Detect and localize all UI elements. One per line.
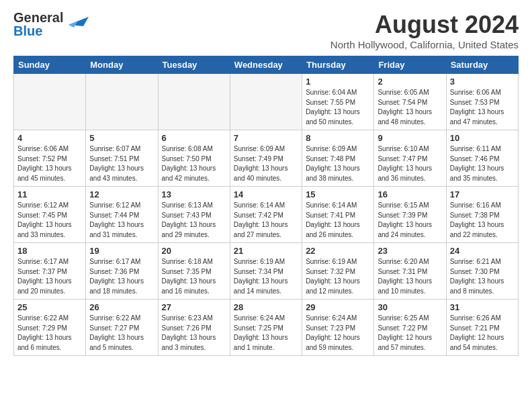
calendar-cell: 12Sunrise: 6:12 AM Sunset: 7:44 PM Dayli… (86, 187, 158, 243)
day-info: Sunrise: 6:11 AM Sunset: 7:46 PM Dayligh… (450, 144, 515, 183)
day-number: 8 (306, 133, 370, 143)
calendar-cell (86, 74, 158, 130)
day-number: 24 (450, 246, 515, 256)
logo-blue: Blue (13, 24, 42, 38)
day-number: 15 (306, 189, 370, 199)
calendar-cell (230, 74, 302, 130)
day-number: 6 (162, 133, 226, 143)
calendar-cell: 17Sunrise: 6:16 AM Sunset: 7:38 PM Dayli… (446, 187, 518, 243)
day-info: Sunrise: 6:24 AM Sunset: 7:25 PM Dayligh… (234, 314, 298, 353)
day-number: 20 (162, 246, 226, 256)
day-number: 14 (234, 189, 298, 199)
weekday-header: Wednesday (230, 56, 302, 74)
day-info: Sunrise: 6:09 AM Sunset: 7:49 PM Dayligh… (234, 144, 298, 183)
calendar-cell: 21Sunrise: 6:19 AM Sunset: 7:34 PM Dayli… (230, 243, 302, 300)
calendar-week-row: 1Sunrise: 6:04 AM Sunset: 7:55 PM Daylig… (14, 74, 519, 130)
weekday-header: Saturday (446, 56, 518, 74)
weekday-header: Friday (374, 56, 446, 74)
day-info: Sunrise: 6:05 AM Sunset: 7:54 PM Dayligh… (378, 88, 442, 127)
day-info: Sunrise: 6:07 AM Sunset: 7:51 PM Dayligh… (89, 144, 154, 183)
day-number: 26 (89, 302, 154, 312)
day-number: 19 (89, 246, 154, 256)
day-info: Sunrise: 6:19 AM Sunset: 7:32 PM Dayligh… (306, 257, 370, 296)
day-number: 30 (378, 302, 442, 312)
calendar-cell: 26Sunrise: 6:22 AM Sunset: 7:27 PM Dayli… (86, 300, 158, 356)
day-number: 10 (450, 133, 515, 143)
day-number: 7 (234, 133, 298, 143)
day-number: 1 (306, 77, 370, 87)
calendar-cell: 31Sunrise: 6:26 AM Sunset: 7:21 PM Dayli… (446, 300, 518, 356)
calendar-cell: 18Sunrise: 6:17 AM Sunset: 7:37 PM Dayli… (14, 243, 86, 300)
day-number: 28 (234, 302, 298, 312)
day-number: 4 (17, 133, 82, 143)
calendar-cell: 11Sunrise: 6:12 AM Sunset: 7:45 PM Dayli… (14, 187, 86, 243)
day-info: Sunrise: 6:16 AM Sunset: 7:38 PM Dayligh… (450, 201, 515, 240)
header: General Blue August 2024 North Hollywood… (13, 11, 519, 50)
weekday-header: Tuesday (158, 56, 230, 74)
calendar-cell: 25Sunrise: 6:22 AM Sunset: 7:29 PM Dayli… (14, 300, 86, 356)
day-info: Sunrise: 6:22 AM Sunset: 7:27 PM Dayligh… (89, 314, 154, 353)
calendar-cell: 30Sunrise: 6:25 AM Sunset: 7:22 PM Dayli… (374, 300, 446, 356)
day-info: Sunrise: 6:04 AM Sunset: 7:55 PM Dayligh… (306, 88, 370, 127)
day-number: 22 (306, 246, 370, 256)
calendar-cell: 28Sunrise: 6:24 AM Sunset: 7:25 PM Dayli… (230, 300, 302, 356)
logo-general: General (13, 10, 63, 25)
day-info: Sunrise: 6:12 AM Sunset: 7:45 PM Dayligh… (17, 201, 82, 240)
weekday-header: Thursday (302, 56, 374, 74)
day-info: Sunrise: 6:18 AM Sunset: 7:35 PM Dayligh… (162, 257, 226, 296)
calendar-cell (158, 74, 230, 130)
calendar-cell: 3Sunrise: 6:06 AM Sunset: 7:53 PM Daylig… (446, 74, 518, 130)
calendar-cell: 10Sunrise: 6:11 AM Sunset: 7:46 PM Dayli… (446, 130, 518, 187)
calendar-cell: 19Sunrise: 6:17 AM Sunset: 7:36 PM Dayli… (86, 243, 158, 300)
day-info: Sunrise: 6:14 AM Sunset: 7:41 PM Dayligh… (306, 201, 370, 240)
calendar-cell: 15Sunrise: 6:14 AM Sunset: 7:41 PM Dayli… (302, 187, 374, 243)
weekday-header: Monday (86, 56, 158, 74)
main-title: August 2024 (330, 11, 519, 39)
calendar-cell: 14Sunrise: 6:14 AM Sunset: 7:42 PM Dayli… (230, 187, 302, 243)
day-info: Sunrise: 6:08 AM Sunset: 7:50 PM Dayligh… (162, 144, 226, 183)
calendar-week-row: 4Sunrise: 6:06 AM Sunset: 7:52 PM Daylig… (14, 130, 519, 187)
day-number: 21 (234, 246, 298, 256)
day-number: 3 (450, 77, 515, 87)
day-info: Sunrise: 6:17 AM Sunset: 7:37 PM Dayligh… (17, 257, 82, 296)
subtitle: North Hollywood, California, United Stat… (330, 39, 519, 50)
day-info: Sunrise: 6:24 AM Sunset: 7:23 PM Dayligh… (306, 314, 370, 353)
day-info: Sunrise: 6:21 AM Sunset: 7:30 PM Dayligh… (450, 257, 515, 296)
day-info: Sunrise: 6:17 AM Sunset: 7:36 PM Dayligh… (89, 257, 154, 296)
day-info: Sunrise: 6:06 AM Sunset: 7:53 PM Dayligh… (450, 88, 515, 127)
day-info: Sunrise: 6:14 AM Sunset: 7:42 PM Dayligh… (234, 201, 298, 240)
calendar-cell: 5Sunrise: 6:07 AM Sunset: 7:51 PM Daylig… (86, 130, 158, 187)
calendar: SundayMondayTuesdayWednesdayThursdayFrid… (13, 56, 519, 356)
page: General Blue August 2024 North Hollywood… (0, 0, 532, 367)
calendar-cell: 23Sunrise: 6:20 AM Sunset: 7:31 PM Dayli… (374, 243, 446, 300)
day-info: Sunrise: 6:25 AM Sunset: 7:22 PM Dayligh… (378, 314, 442, 353)
calendar-cell: 13Sunrise: 6:13 AM Sunset: 7:43 PM Dayli… (158, 187, 230, 243)
day-number: 2 (378, 77, 442, 87)
calendar-cell: 27Sunrise: 6:23 AM Sunset: 7:26 PM Dayli… (158, 300, 230, 356)
calendar-cell: 7Sunrise: 6:09 AM Sunset: 7:49 PM Daylig… (230, 130, 302, 187)
day-number: 13 (162, 189, 226, 199)
day-info: Sunrise: 6:15 AM Sunset: 7:39 PM Dayligh… (378, 201, 442, 240)
calendar-cell (14, 74, 86, 130)
calendar-cell: 22Sunrise: 6:19 AM Sunset: 7:32 PM Dayli… (302, 243, 374, 300)
calendar-cell: 9Sunrise: 6:10 AM Sunset: 7:47 PM Daylig… (374, 130, 446, 187)
day-info: Sunrise: 6:22 AM Sunset: 7:29 PM Dayligh… (17, 314, 82, 353)
day-info: Sunrise: 6:09 AM Sunset: 7:48 PM Dayligh… (306, 144, 370, 183)
calendar-cell: 4Sunrise: 6:06 AM Sunset: 7:52 PM Daylig… (14, 130, 86, 187)
day-number: 25 (17, 302, 82, 312)
calendar-cell: 6Sunrise: 6:08 AM Sunset: 7:50 PM Daylig… (158, 130, 230, 187)
weekday-header: Sunday (14, 56, 86, 74)
day-number: 17 (450, 189, 515, 199)
logo-icon (64, 11, 89, 30)
calendar-header-row: SundayMondayTuesdayWednesdayThursdayFrid… (14, 56, 519, 74)
day-number: 29 (306, 302, 370, 312)
calendar-cell: 2Sunrise: 6:05 AM Sunset: 7:54 PM Daylig… (374, 74, 446, 130)
calendar-cell: 8Sunrise: 6:09 AM Sunset: 7:48 PM Daylig… (302, 130, 374, 187)
day-info: Sunrise: 6:19 AM Sunset: 7:34 PM Dayligh… (234, 257, 298, 296)
day-number: 11 (17, 189, 82, 199)
calendar-week-row: 25Sunrise: 6:22 AM Sunset: 7:29 PM Dayli… (14, 300, 519, 356)
day-number: 23 (378, 246, 442, 256)
calendar-cell: 29Sunrise: 6:24 AM Sunset: 7:23 PM Dayli… (302, 300, 374, 356)
logo: General Blue (13, 11, 89, 38)
day-number: 9 (378, 133, 442, 143)
